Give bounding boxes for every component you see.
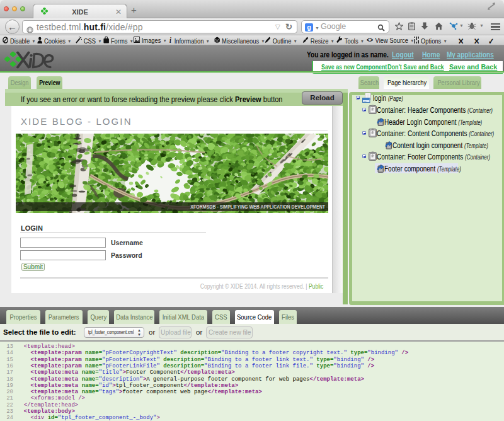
svg-text:i: i [169, 37, 172, 43]
svg-text:<>: <> [367, 37, 374, 43]
